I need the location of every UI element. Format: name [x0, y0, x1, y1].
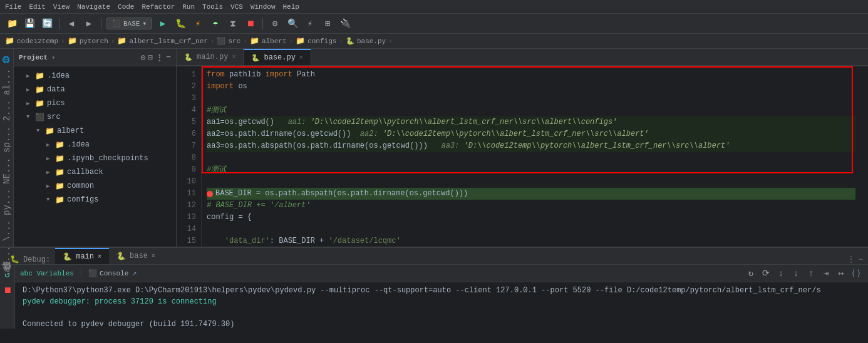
run-concurrently-button[interactable]: ⧗ — [226, 17, 240, 31]
tab-base-label: base.py — [264, 53, 295, 62]
menu-code[interactable]: Code — [118, 3, 134, 11]
back-button[interactable]: ◀ — [65, 17, 78, 31]
sidebar-icon-7[interactable]: al... — [1, 243, 13, 275]
code-editor: 1 2 3 4 5 6 7 8 9 10 11 12 13 14 15 — [177, 66, 868, 247]
tab-base-close[interactable]: × — [299, 54, 303, 61]
code-content[interactable]: from pathlib import Path import os #测试 a… — [202, 66, 860, 247]
code-line-9: #测试 — [207, 164, 855, 176]
sidebar-icon-1[interactable]: al... — [1, 66, 13, 98]
tree-item-data[interactable]: ▶ 📁 data — [14, 83, 176, 96]
console-icon: ⬛ — [88, 269, 97, 277]
menu-window[interactable]: Window — [251, 3, 276, 11]
debug-rerun-btn[interactable]: ⟳ — [759, 267, 773, 280]
coverage-button[interactable]: ☂ — [209, 17, 222, 31]
debug-step-btn2[interactable]: ↓ — [789, 267, 803, 280]
sidebar-icon-2[interactable]: 2... — [1, 98, 13, 124]
debug-tab-base[interactable]: 🐍 base × — [109, 248, 163, 264]
code-line-3 — [207, 93, 855, 105]
menu-tools[interactable]: Tools — [202, 3, 223, 11]
stop-button[interactable]: ⏹ — [244, 17, 257, 31]
debug-main-content: abc Variables | ⬛ Console ↗ ↻ ⟳ ↓ ↓ ↑ ⇥ … — [15, 265, 868, 329]
tree-item-pics[interactable]: ▶ 📁 pics — [14, 96, 176, 110]
save-button[interactable]: 💾 — [23, 17, 36, 31]
open-folder-button[interactable]: 📁 — [5, 17, 19, 31]
main-area: 🌐 al... 2... sp... NE... py... \... al..… — [0, 49, 868, 247]
breadcrumb-item-1[interactable]: code12temp — [17, 38, 58, 45]
breadcrumb-item-5[interactable]: albert — [262, 38, 287, 45]
plugin-button[interactable]: 🔌 — [338, 17, 352, 31]
code-line-6: aa2=os.path.dirname(os.getcwd()) aa2: 'D… — [207, 128, 855, 140]
sync-button[interactable]: 🔄 — [40, 17, 54, 31]
tree-item-common[interactable]: ▶ 📁 common — [14, 179, 176, 193]
tree-item-configs[interactable]: ▼ 📁 configs — [14, 193, 176, 207]
breadcrumb-item-4[interactable]: src — [228, 38, 240, 45]
tree-item-src[interactable]: ▼ ⬛ src — [14, 110, 176, 124]
debug-run-cursor-btn[interactable]: ↦ — [834, 267, 848, 280]
sidebar-icon-3[interactable]: sp... — [1, 124, 13, 155]
console-label[interactable]: Console — [100, 270, 128, 277]
tab-base-py[interactable]: 🐍 base.py × — [244, 49, 311, 65]
debug-button[interactable]: 🐛 — [173, 17, 187, 31]
panel-menu-icon[interactable]: ⋮ — [155, 53, 163, 63]
debug-tab-base-close[interactable]: × — [152, 253, 155, 260]
toolbar: 📁 💾 🔄 ◀ ▶ ⬛ BASE ▾ ▶ 🐛 ⚡ ☂ ⧗ ⏹ ⚙ 🔍 ⚡ ⊞ 🔌 — [0, 14, 868, 34]
menu-edit[interactable]: Edit — [29, 3, 45, 11]
debug-tab-main-close[interactable]: × — [98, 253, 101, 260]
collapse-all-icon[interactable]: ⊟ — [148, 53, 153, 63]
debug-step-btn1[interactable]: ↓ — [774, 267, 788, 280]
tab-main-close[interactable]: × — [232, 54, 235, 61]
editor-scrollbar[interactable] — [860, 66, 868, 247]
folder-icon-4: ⬛ — [217, 37, 225, 45]
layout-button[interactable]: ⊞ — [321, 17, 334, 31]
sidebar-icon-5[interactable]: py... — [1, 187, 13, 218]
debug-toolbar: ↻ ⟳ ↓ ↓ ↑ ⇥ ↦ ⟨⟩ — [744, 267, 863, 280]
locate-file-icon[interactable]: ⊙ — [141, 53, 146, 63]
tree-item-idea[interactable]: ▶ 📁 .idea — [14, 69, 176, 83]
debug-step-over-btn[interactable]: ↻ — [744, 267, 758, 280]
debug-eval-btn[interactable]: ⟨⟩ — [849, 267, 863, 280]
tree-item-albert-idea[interactable]: ▶ 📁 .idea — [14, 138, 176, 151]
menu-refactor[interactable]: Refactor — [142, 3, 175, 11]
editor-area: 🐍 main.py × 🐍 base.py × 1 2 3 4 5 6 7 8 … — [177, 49, 868, 247]
variables-label[interactable]: abc Variables — [20, 270, 74, 277]
power-button[interactable]: ⚡ — [303, 17, 317, 31]
run-button[interactable]: ▶ — [156, 17, 170, 31]
sidebar-icon-4[interactable]: NE... — [1, 155, 13, 187]
breadcrumb-item-3[interactable]: albert_lstm_crf_ner — [129, 38, 207, 45]
tree-item-albert[interactable]: ▼ 📁 albert — [14, 124, 176, 138]
debug-panel-menu[interactable]: ⋮ — [847, 255, 855, 264]
sidebar-icon-wechat[interactable]: 微信 — [0, 275, 14, 280]
panel-close-icon[interactable]: − — [166, 53, 171, 63]
debug-label: Debug: — [23, 255, 50, 264]
debug-output-line-2: pydev debugger: process 37120 is connect… — [23, 296, 860, 307]
search-button[interactable]: 🔍 — [286, 17, 299, 31]
debug-stop-btn[interactable]: ⏹ — [1, 284, 14, 297]
debug-tab-main[interactable]: 🐍 main × — [55, 248, 109, 264]
folder-icon-5: 📁 — [250, 36, 259, 46]
breadcrumb-item-6[interactable]: configs — [307, 38, 336, 45]
profile-button[interactable]: ⚡ — [191, 17, 205, 31]
debug-tab-base-label: base — [130, 252, 148, 260]
breadcrumb-item-2[interactable]: pytorch — [80, 38, 108, 45]
py-icon-debug-main: 🐍 — [63, 252, 72, 262]
run-config-selector[interactable]: ⬛ BASE ▾ — [106, 18, 152, 29]
file-icon-py: 🐍 — [346, 37, 354, 45]
menu-vcs[interactable]: VCS — [230, 3, 243, 11]
menu-navigate[interactable]: Navigate — [77, 3, 110, 11]
sidebar-icon-chrome[interactable]: 🌐 — [2, 54, 11, 66]
debug-step-out-btn[interactable]: ⇥ — [819, 267, 833, 280]
tree-item-callback[interactable]: ▶ 📁 callback — [14, 165, 176, 179]
menu-view[interactable]: View — [53, 3, 70, 11]
menu-help[interactable]: Help — [283, 3, 299, 11]
debug-step-btn3[interactable]: ↑ — [804, 267, 818, 280]
menu-run[interactable]: Run — [182, 3, 195, 11]
breadcrumb-item-7[interactable]: base.py — [357, 38, 386, 45]
sidebar-icon-6[interactable]: \... — [1, 218, 13, 244]
tab-main-py[interactable]: 🐍 main.py × — [177, 49, 244, 65]
menu-file[interactable]: File — [5, 3, 21, 11]
forward-button[interactable]: ▶ — [82, 17, 96, 31]
tree-item-ipynb[interactable]: ▶ 📁 .ipynb_checkpoints — [14, 151, 176, 165]
settings-button[interactable]: ⚙ — [268, 17, 282, 31]
console-external-link[interactable]: ↗ — [132, 269, 137, 278]
debug-panel-close[interactable]: − — [859, 255, 863, 264]
